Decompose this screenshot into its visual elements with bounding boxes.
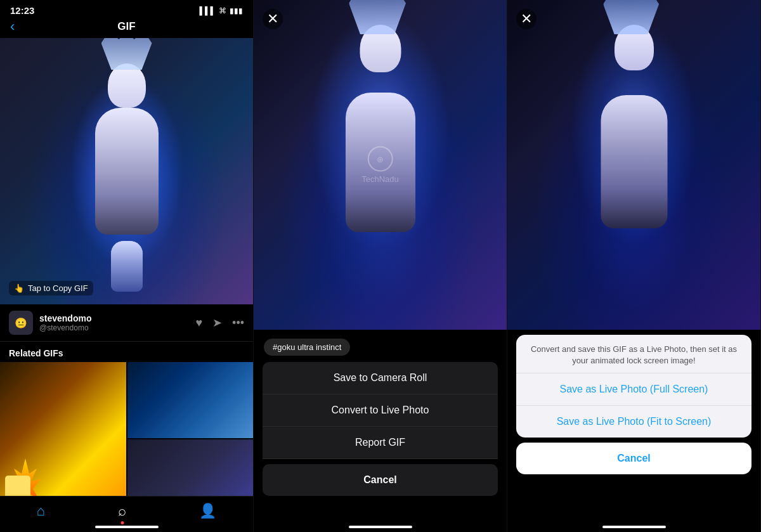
dialog-description: Convert and save this GIF as a Live Phot… — [516, 335, 751, 373]
panel2-gif-image: ✕ ⊕ TechNadu — [254, 0, 507, 330]
goku3-body — [601, 95, 667, 228]
close-icon-3: ✕ — [521, 11, 532, 27]
related-gif-item[interactable] — [127, 362, 254, 438]
user-handle: @stevendomo — [39, 323, 195, 332]
more-button[interactable]: ••• — [232, 316, 244, 330]
tag-pill[interactable]: #goku ultra instinct — [264, 339, 350, 356]
save-camera-roll-button[interactable]: Save to Camera Roll — [263, 362, 498, 394]
avatar[interactable]: 😐 — [9, 311, 33, 335]
user-names: stevendomo @stevendomo — [39, 313, 195, 332]
nav-search-button[interactable]: ⌕ — [118, 503, 126, 519]
status-icons: ▌▌▌ ⌘ ▮▮▮ — [199, 6, 243, 15]
nav-home-button[interactable]: ⌂ — [37, 503, 45, 519]
search-icon: ⌕ — [118, 503, 126, 519]
user-action-buttons: ♥ ➤ ••• — [195, 316, 244, 330]
convert-live-photo-button[interactable]: Convert to Live Photo — [263, 394, 498, 427]
panel-1: 12:23 ▌▌▌ ⌘ ▮▮▮ ‹ GIF 👆 Tap to Copy GIF … — [0, 0, 254, 532]
hand-icon: 👆 — [14, 283, 24, 293]
dialog-cancel-button[interactable]: Cancel — [516, 443, 751, 474]
user-info-row: 😐 stevendomo @stevendomo ♥ ➤ ••• — [0, 304, 253, 342]
related-gifs-header: Related GIFs — [0, 342, 253, 362]
goku-body — [95, 108, 159, 235]
share-button[interactable]: ➤ — [212, 316, 222, 330]
panel-2: ✕ ⊕ TechNadu #goku ultra instinct Save t… — [254, 0, 507, 532]
status-bar: 12:23 ▌▌▌ ⌘ ▮▮▮ — [0, 0, 253, 18]
notification-dot — [120, 521, 124, 524]
related-gif-1-image — [0, 362, 126, 516]
action-sheet: Save to Camera Roll Convert to Live Phot… — [254, 362, 507, 496]
live-photo-dialog: Convert and save this GIF as a Live Phot… — [516, 335, 751, 438]
report-gif-button[interactable]: Report GIF — [263, 427, 498, 459]
back-button[interactable]: ‹ — [10, 18, 15, 35]
tag-area: #goku ultra instinct — [254, 330, 507, 362]
home-indicator — [95, 526, 159, 528]
home-indicator-3 — [602, 526, 666, 528]
home-icon: ⌂ — [37, 503, 45, 519]
signal-icon: ▌▌▌ — [199, 6, 216, 15]
save-full-screen-button[interactable]: Save as Live Photo (Full Screen) — [516, 373, 751, 406]
status-time: 12:23 — [10, 5, 34, 16]
goku-head — [108, 63, 146, 108]
panel-3: ✕ Convert and save this GIF as a Live Ph… — [507, 0, 761, 532]
panel3-gif-image: ✕ — [507, 0, 760, 330]
goku3-figure — [507, 0, 760, 330]
nav-profile-button[interactable]: 👤 — [199, 503, 216, 519]
goku2-body — [346, 93, 415, 232]
cancel-button[interactable]: Cancel — [263, 464, 498, 496]
profile-icon: 👤 — [199, 503, 216, 519]
battery-icon: ▮▮▮ — [230, 6, 243, 15]
close-button-3[interactable]: ✕ — [516, 9, 537, 29]
related-gif-item[interactable] — [0, 362, 126, 516]
user-display-name[interactable]: stevendomo — [39, 313, 195, 323]
home-indicator-2 — [349, 526, 412, 528]
related-gifs-grid — [0, 362, 253, 516]
wifi-icon: ⌘ — [219, 6, 226, 15]
tap-to-copy-label: 👆 Tap to Copy GIF — [9, 281, 93, 295]
close-button[interactable]: ✕ — [263, 9, 283, 29]
related-gif-2-image — [127, 362, 254, 438]
close-icon: ✕ — [267, 11, 278, 27]
goku2-figure — [254, 0, 507, 330]
like-button[interactable]: ♥ — [195, 316, 202, 330]
page-title: GIF — [117, 20, 135, 33]
save-fit-screen-button[interactable]: Save as Live Photo (Fit to Screen) — [516, 406, 751, 438]
